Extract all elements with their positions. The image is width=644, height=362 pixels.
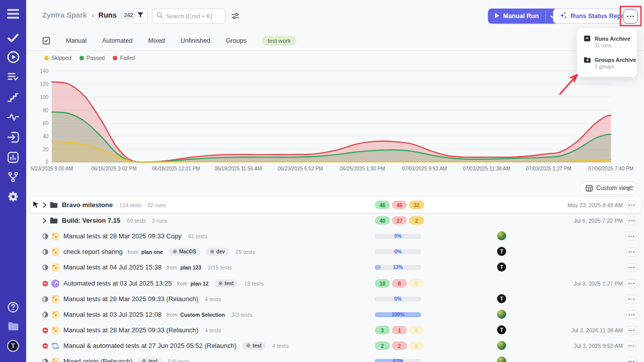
run-meta: 29 tests bbox=[235, 249, 255, 255]
table-row[interactable]: Manual & automated tests at 27 Jun 2025 … bbox=[26, 338, 644, 353]
progress-bar: 13% bbox=[375, 265, 421, 270]
group-folder-icon bbox=[50, 217, 58, 224]
more-actions-button[interactable] bbox=[623, 9, 638, 24]
sparkles-icon bbox=[559, 12, 567, 21]
source-plan-link[interactable]: plan 12 bbox=[190, 281, 208, 287]
source-plan-link[interactable]: plan one bbox=[141, 249, 163, 255]
menu-item-runs-archive[interactable]: Runs Archive 11 runs bbox=[577, 33, 637, 51]
run-title[interactable]: Build: Version 7.15 bbox=[62, 217, 120, 224]
run-meta: 4 tests bbox=[272, 343, 288, 349]
run-meta: 5/8 tests bbox=[168, 358, 189, 362]
table-row[interactable]: check report sharingfromplan oneMacOSdev… bbox=[26, 244, 644, 259]
row-main: Manual tests at 28 Mar 2025 09:33 (Relau… bbox=[42, 291, 221, 307]
list-settings-sliders-icon[interactable] bbox=[626, 185, 634, 194]
source-plan-link[interactable]: plan 123 bbox=[180, 264, 201, 270]
assignee-avatar-t[interactable]: T bbox=[497, 262, 506, 272]
table-row[interactable]: Manual tests at 04 Jul 2025 15:38frompla… bbox=[26, 259, 644, 275]
table-row[interactable]: Manual tests at 03 Jul 2025 12:08fromCus… bbox=[26, 307, 644, 322]
row-main: Automated tests at 03 Jul 2025 13:25from… bbox=[42, 276, 264, 291]
table-row[interactable]: Bravo milestone124 tests32 runs464632May… bbox=[26, 197, 644, 213]
tab-groups[interactable]: Groups bbox=[226, 37, 247, 44]
runs-count-badge: 242 bbox=[121, 11, 136, 19]
table-row[interactable]: Build: Version 7.1569 tests3 runs40272Ju… bbox=[26, 213, 644, 228]
sidebar-item-branches-icon[interactable] bbox=[0, 171, 26, 183]
run-title[interactable]: Manual tests at 28 Mar 2025 09:33 (Relau… bbox=[63, 295, 198, 303]
legend-item-passed: Passed bbox=[79, 55, 105, 61]
source-plan-link[interactable]: Custom Selection bbox=[180, 312, 225, 318]
environment-badge: test bbox=[214, 280, 238, 288]
tag-filter-badge[interactable]: test work bbox=[262, 36, 296, 46]
run-title[interactable]: check report sharing bbox=[63, 248, 123, 255]
table-row[interactable]: Mixed origin (Relaunch)test5/8 tests62% bbox=[26, 353, 644, 362]
run-title[interactable]: Manual tests at 04 Jul 2025 15:38 bbox=[63, 263, 162, 271]
assignee-avatar-globe[interactable] bbox=[497, 341, 506, 350]
assignee-avatar-globe[interactable] bbox=[497, 356, 506, 362]
row-actions-button[interactable] bbox=[626, 263, 637, 272]
stopped-status-icon bbox=[42, 281, 48, 287]
manual-run-label: Manual Run bbox=[503, 13, 539, 20]
run-title[interactable]: Bravo milestone bbox=[62, 201, 113, 209]
table-row[interactable]: Manual tests at 28 Mar 2025 09:33 Copy61… bbox=[26, 228, 644, 244]
sidebar-item-analytics-icon[interactable] bbox=[0, 152, 26, 163]
row-actions-button[interactable] bbox=[626, 232, 637, 241]
row-main: Build: Version 7.1569 tests3 runs bbox=[42, 213, 167, 228]
run-title[interactable]: Automated tests at 03 Jul 2025 13:25 bbox=[63, 280, 172, 287]
row-actions-button[interactable] bbox=[626, 326, 637, 335]
sidebar-item-milestones-steps-icon[interactable] bbox=[0, 93, 26, 102]
row-actions-button[interactable] bbox=[626, 201, 637, 210]
table-row[interactable]: Manual tests at 28 Mar 2025 09:33 (Relau… bbox=[26, 322, 644, 338]
sidebar-item-runs-play-icon[interactable] bbox=[0, 51, 26, 63]
row-actions-button[interactable] bbox=[626, 216, 637, 225]
row-actions-button[interactable] bbox=[626, 310, 637, 319]
svg-text:06/15/2025 3:02 PM: 06/15/2025 3:02 PM bbox=[91, 166, 136, 171]
sidebar-item-plans-list-check-icon[interactable] bbox=[0, 72, 26, 81]
help-icon[interactable] bbox=[0, 302, 26, 313]
menu-item-groups-archive[interactable]: Groups Archive 1 groups bbox=[577, 55, 637, 72]
table-row[interactable]: Manual tests at 28 Mar 2025 09:33 (Relau… bbox=[26, 291, 644, 307]
tab-mixed[interactable]: Mixed bbox=[148, 37, 165, 44]
assignee-avatar-t[interactable]: T bbox=[497, 294, 506, 303]
progress-percent: 13% bbox=[375, 264, 421, 270]
svg-text:100: 100 bbox=[40, 95, 48, 100]
breadcrumb-project[interactable]: Zyntra Spark bbox=[42, 11, 87, 19]
folder-arrow-icon bbox=[584, 57, 591, 63]
search-input[interactable] bbox=[166, 13, 221, 19]
run-meta: 61 tests bbox=[188, 233, 208, 239]
run-title[interactable]: Manual & automated tests at 27 Jun 2025 … bbox=[63, 342, 236, 349]
menu-icon[interactable] bbox=[0, 9, 26, 19]
sidebar: T bbox=[0, 0, 26, 362]
manual-run-icon bbox=[51, 326, 59, 334]
sidebar-item-import-icon[interactable] bbox=[0, 132, 26, 143]
assignee-avatar-globe[interactable] bbox=[497, 310, 506, 319]
run-title[interactable]: Manual tests at 28 Mar 2025 09:33 (Relau… bbox=[63, 326, 198, 334]
row-actions-button[interactable] bbox=[626, 357, 637, 362]
mixed-run-icon bbox=[51, 342, 59, 350]
tab-manual[interactable]: Manual bbox=[66, 37, 87, 44]
clipboard-check-icon[interactable] bbox=[42, 37, 50, 45]
expand-chevron-icon[interactable] bbox=[42, 202, 47, 208]
run-title[interactable]: Mixed origin (Relaunch) bbox=[63, 357, 132, 362]
projects-folder-icon[interactable] bbox=[0, 322, 26, 331]
user-avatar[interactable]: T bbox=[0, 340, 26, 352]
row-actions-button[interactable] bbox=[626, 247, 637, 256]
assignee-avatar-t[interactable]: T bbox=[497, 247, 506, 256]
settings-gear-icon[interactable] bbox=[0, 191, 26, 202]
sidebar-item-pulse-icon[interactable] bbox=[0, 113, 26, 121]
assignee-avatar-t[interactable]: T bbox=[497, 325, 506, 334]
row-main: Mixed origin (Relaunch)test5/8 tests bbox=[42, 353, 189, 362]
progress-percent: 62% bbox=[375, 358, 421, 362]
view-settings-sliders-icon[interactable] bbox=[231, 13, 239, 22]
row-actions-button[interactable] bbox=[626, 341, 637, 350]
row-actions-button[interactable] bbox=[626, 295, 637, 304]
run-meta: 69 tests3 runs bbox=[127, 218, 167, 224]
table-row[interactable]: Automated tests at 03 Jul 2025 13:25from… bbox=[26, 276, 644, 291]
run-title[interactable]: Manual tests at 28 Mar 2025 09:33 Copy bbox=[63, 232, 182, 240]
row-actions-button[interactable] bbox=[626, 279, 637, 288]
manual-run-button[interactable]: Manual Run bbox=[488, 9, 559, 24]
expand-chevron-icon[interactable] bbox=[42, 218, 47, 224]
tab-automated[interactable]: Automated bbox=[102, 37, 132, 44]
run-title[interactable]: Manual tests at 03 Jul 2025 12:08 bbox=[63, 311, 162, 318]
assignee-avatar-globe[interactable] bbox=[497, 231, 506, 240]
sidebar-item-tests-check-icon[interactable] bbox=[0, 34, 26, 42]
tab-unfinished[interactable]: Unfinished bbox=[181, 37, 210, 44]
